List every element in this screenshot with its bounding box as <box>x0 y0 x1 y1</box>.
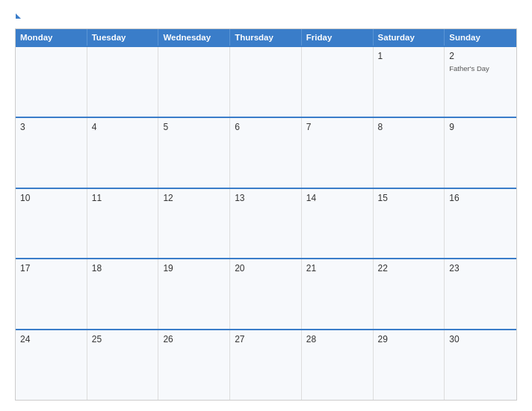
day-number: 30 <box>449 334 512 346</box>
page-header <box>15 13 517 21</box>
logo-text <box>15 13 21 21</box>
calendar-cell: 29 <box>374 330 445 400</box>
calendar-cell: 24 <box>16 330 87 400</box>
calendar-header-cell-friday: Friday <box>302 29 374 46</box>
calendar-cell: 6 <box>230 118 302 188</box>
calendar-cell: 20 <box>230 259 302 329</box>
calendar-week-2: 3456789 <box>16 117 516 188</box>
day-number: 25 <box>92 334 154 346</box>
calendar-week-3: 10111213141516 <box>16 188 516 259</box>
day-number: 6 <box>235 122 297 134</box>
day-number: 19 <box>163 263 225 275</box>
day-number: 22 <box>378 263 440 275</box>
calendar-cell: 17 <box>16 259 87 329</box>
calendar: MondayTuesdayWednesdayThursdayFridaySatu… <box>15 28 517 401</box>
calendar-cell <box>158 47 230 117</box>
calendar-cell: 12 <box>158 189 230 259</box>
calendar-cell <box>230 47 302 117</box>
day-number: 26 <box>163 334 225 346</box>
calendar-cell: 21 <box>302 259 374 329</box>
day-number: 11 <box>92 193 154 205</box>
day-number: 23 <box>449 263 512 275</box>
calendar-cell: 11 <box>87 189 159 259</box>
day-number: 9 <box>449 122 512 134</box>
calendar-cell <box>302 47 374 117</box>
day-number: 14 <box>306 193 368 205</box>
calendar-header-cell-wednesday: Wednesday <box>158 29 230 46</box>
calendar-cell: 4 <box>87 118 159 188</box>
calendar-header-cell-sunday: Sunday <box>445 29 516 46</box>
calendar-cell: 18 <box>87 259 159 329</box>
calendar-cell: 30 <box>445 330 516 400</box>
calendar-week-4: 17181920212223 <box>16 258 516 329</box>
day-number: 5 <box>163 122 225 134</box>
day-number: 4 <box>92 122 154 134</box>
calendar-cell: 27 <box>230 330 302 400</box>
day-number: 27 <box>235 334 297 346</box>
calendar-header-cell-saturday: Saturday <box>374 29 445 46</box>
calendar-cell: 23 <box>445 259 516 329</box>
day-number: 21 <box>306 263 368 275</box>
calendar-cell: 7 <box>302 118 374 188</box>
calendar-cell <box>16 47 87 117</box>
logo-triangle-icon <box>16 13 21 19</box>
day-number: 24 <box>20 334 82 346</box>
calendar-week-5: 24252627282930 <box>16 329 516 400</box>
calendar-cell: 5 <box>158 118 230 188</box>
day-number: 15 <box>378 193 440 205</box>
day-number: 12 <box>163 193 225 205</box>
calendar-cell: 8 <box>374 118 445 188</box>
calendar-cell: 10 <box>16 189 87 259</box>
calendar-cell: 13 <box>230 189 302 259</box>
calendar-header-row: MondayTuesdayWednesdayThursdayFridaySatu… <box>16 29 516 46</box>
day-number: 2 <box>449 51 512 63</box>
calendar-cell: 2Father's Day <box>445 47 516 117</box>
calendar-cell: 22 <box>374 259 445 329</box>
calendar-cell: 9 <box>445 118 516 188</box>
day-number: 13 <box>235 193 297 205</box>
calendar-cell: 14 <box>302 189 374 259</box>
day-number: 17 <box>20 263 82 275</box>
calendar-page: MondayTuesdayWednesdayThursdayFridaySatu… <box>0 0 532 411</box>
day-number: 3 <box>20 122 82 134</box>
calendar-header-cell-tuesday: Tuesday <box>87 29 159 46</box>
calendar-body: 12Father's Day34567891011121314151617181… <box>16 46 516 400</box>
calendar-cell: 16 <box>445 189 516 259</box>
logo <box>15 13 21 21</box>
day-number: 7 <box>306 122 368 134</box>
calendar-cell: 15 <box>374 189 445 259</box>
day-event: Father's Day <box>449 64 512 73</box>
calendar-cell: 19 <box>158 259 230 329</box>
calendar-week-1: 12Father's Day <box>16 46 516 117</box>
calendar-header-cell-monday: Monday <box>16 29 87 46</box>
calendar-cell <box>87 47 159 117</box>
day-number: 16 <box>449 193 512 205</box>
day-number: 1 <box>378 51 440 63</box>
calendar-cell: 3 <box>16 118 87 188</box>
day-number: 20 <box>235 263 297 275</box>
day-number: 8 <box>378 122 440 134</box>
day-number: 18 <box>92 263 154 275</box>
day-number: 28 <box>306 334 368 346</box>
calendar-header-cell-thursday: Thursday <box>230 29 302 46</box>
calendar-cell: 25 <box>87 330 159 400</box>
calendar-cell: 1 <box>374 47 445 117</box>
day-number: 29 <box>378 334 440 346</box>
calendar-cell: 26 <box>158 330 230 400</box>
calendar-cell: 28 <box>302 330 374 400</box>
day-number: 10 <box>20 193 82 205</box>
